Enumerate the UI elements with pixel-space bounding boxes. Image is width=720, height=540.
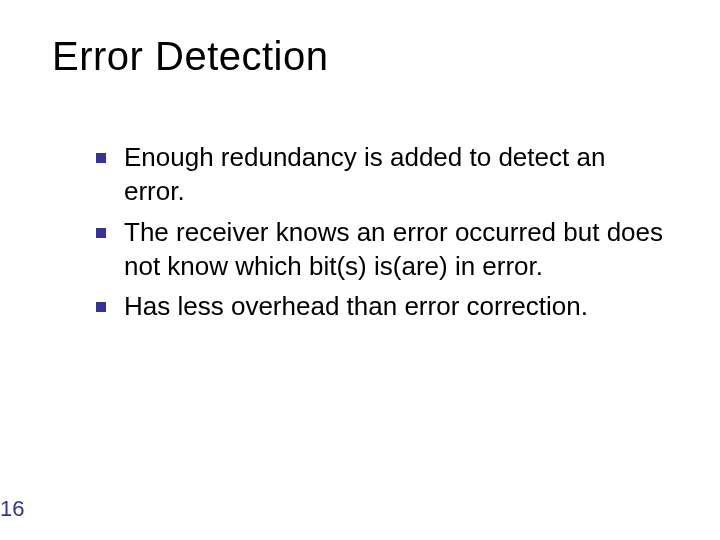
bullet-text: Enough redundancy is added to detect an … <box>124 140 666 209</box>
page-number: 16 <box>0 496 24 522</box>
bullet-text: The receiver knows an error occurred but… <box>124 215 666 284</box>
slide: Error Detection Enough redundancy is add… <box>0 0 720 540</box>
bullet-icon <box>96 228 106 238</box>
slide-title: Error Detection <box>52 34 328 79</box>
list-item: Enough redundancy is added to detect an … <box>96 140 666 209</box>
bullet-list: Enough redundancy is added to detect an … <box>96 140 666 330</box>
list-item: The receiver knows an error occurred but… <box>96 215 666 284</box>
bullet-icon <box>96 302 106 312</box>
list-item: Has less overhead than error correction. <box>96 289 666 323</box>
bullet-text: Has less overhead than error correction. <box>124 289 588 323</box>
bullet-icon <box>96 153 106 163</box>
